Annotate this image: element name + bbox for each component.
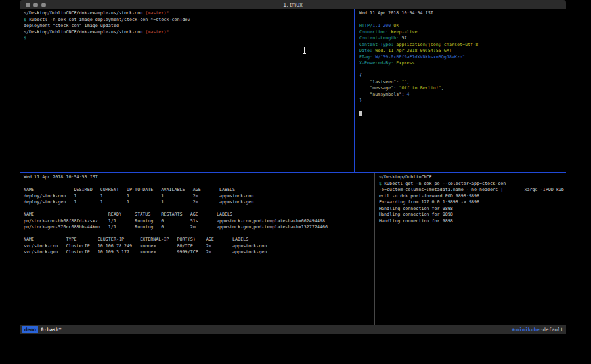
terminal-line: deployment "stock-con" image updated xyxy=(24,23,354,30)
terminal-line: svc/stock-gen ClusterIP 10.109.3.177 <no… xyxy=(24,249,374,256)
terminal-line: "lastseen": "", xyxy=(359,79,566,86)
close-button-icon[interactable] xyxy=(26,3,30,7)
terminal-line: HTTP/1.1 200 OK xyxy=(359,23,566,30)
terminal-line: NAME READY STATUS RESTARTS AGE LABELS xyxy=(24,212,374,218)
terminal-line: "message": "Off to Berlin!", xyxy=(359,85,566,92)
terminal-line: ectl -n dok port-forward POD 9898:9898 xyxy=(379,193,566,200)
status-right: ⊛ minikube :default xyxy=(512,327,563,333)
terminal-line: Wed 11 Apr 2018 10:54:54 IST xyxy=(359,10,566,17)
tmux-status-bar: demo 0:bash* ⊛ minikube :default xyxy=(20,325,566,334)
terminal-window: 1. tmux ~/Desktop/DublinCNCF/dok-example… xyxy=(20,0,566,334)
terminal-line xyxy=(359,17,566,24)
terminal-line: NAME TYPE CLUSTER-IP EXTERNAL-IP PORT(S)… xyxy=(24,237,374,243)
terminal-line: { xyxy=(359,73,566,79)
terminal-line: po/stock-gen-576cc688bb-44kmn 1/1 Runnin… xyxy=(24,224,374,231)
terminal-line xyxy=(359,104,566,111)
terminal-line: $ kubectl get -n dok po --selector=app=s… xyxy=(379,181,566,188)
terminal-line: Content-Length: 57 xyxy=(359,35,566,42)
terminal-line: $ kubectl -n dok set image deployment/st… xyxy=(24,17,354,24)
terminal-line: "numsymbols": 4 xyxy=(359,92,566,98)
session-name-badge[interactable]: demo xyxy=(22,326,38,333)
terminal-line: Handling connection for 9898 xyxy=(379,212,566,218)
terminal-line: -o=custom-columns=:metadata.name --no-he… xyxy=(379,187,566,193)
terminal-line: Date: Wed, 11 Apr 2018 09:54:55 GMT xyxy=(359,48,566,54)
text-cursor xyxy=(359,111,362,116)
terminal-line: ETag: W/"39-0xBPf9aF1dXVNkhsxoBQgJ8vKzo" xyxy=(359,54,566,61)
terminal-line xyxy=(359,67,566,73)
kubernetes-helm-icon: ⊛ xyxy=(512,327,515,333)
minimize-button-icon[interactable] xyxy=(33,3,38,7)
terminal-line: } xyxy=(359,98,566,104)
terminal-line xyxy=(24,231,374,237)
terminal-line: Wed 11 Apr 2018 10:54:53 IST xyxy=(24,174,374,181)
terminal-line: po/stock-con-bb68f88fd-kzsxz 1/1 Running… xyxy=(24,218,374,225)
pane-kubectl-watch[interactable]: Wed 11 Apr 2018 10:54:53 IST NAME DESIRE… xyxy=(20,173,374,325)
terminal-line: ~/Desktop/DublinCNCF xyxy=(379,174,566,181)
terminal-line: NAME DESIRED CURRENT UP-TO-DATE AVAILABL… xyxy=(24,187,374,193)
zoom-button-icon[interactable] xyxy=(41,3,46,7)
terminal-line: Content-Type: application/json; charset=… xyxy=(359,42,566,49)
terminal-line: Connection: keep-alive xyxy=(359,30,566,36)
window-title: 1. tmux xyxy=(20,1,566,8)
terminal-line xyxy=(24,181,374,188)
terminal-line: $ xyxy=(24,35,354,42)
terminal-line: Forwarding from 127.0.0.1:9898 -> 9898 xyxy=(379,199,566,206)
tmux-window-label[interactable]: 0:bash* xyxy=(41,327,62,333)
kube-namespace-label: :default xyxy=(540,327,563,333)
terminal-line: ~/Desktop/DublinCNCF/dok-example-us/stoc… xyxy=(24,10,354,17)
terminal-line: X-Powered-By: Express xyxy=(359,60,566,67)
terminal-line xyxy=(359,110,566,117)
terminal-line: Handling connection for 9898 xyxy=(379,218,566,225)
terminal-line: ~/Desktop/DublinCNCF/dok-example-us/stoc… xyxy=(24,30,354,36)
window-titlebar[interactable]: 1. tmux xyxy=(20,0,566,9)
terminal-line xyxy=(24,206,374,212)
terminal-line: deploy/stock-con 1 1 1 1 2m app=stock-co… xyxy=(24,193,374,200)
traffic-lights xyxy=(26,0,46,9)
pane-port-forward[interactable]: ~/Desktop/DublinCNCF$ kubectl get -n dok… xyxy=(375,173,566,325)
terminal-line: Handling connection for 9898 xyxy=(379,206,566,212)
terminal-line: svc/stock-con ClusterIP 10.106.78.249 <n… xyxy=(24,243,374,250)
mouse-ibeam-pointer xyxy=(302,47,307,54)
kube-context-label: minikube xyxy=(516,327,540,333)
pane-http-response[interactable]: Wed 11 Apr 2018 10:54:54 IST HTTP/1.1 20… xyxy=(355,9,566,172)
terminal-line: deploy/stock-gen 1 1 1 1 2m app=stock-ge… xyxy=(24,199,374,206)
pane-shell-top-left[interactable]: ~/Desktop/DublinCNCF/dok-example-us/stoc… xyxy=(20,9,354,172)
